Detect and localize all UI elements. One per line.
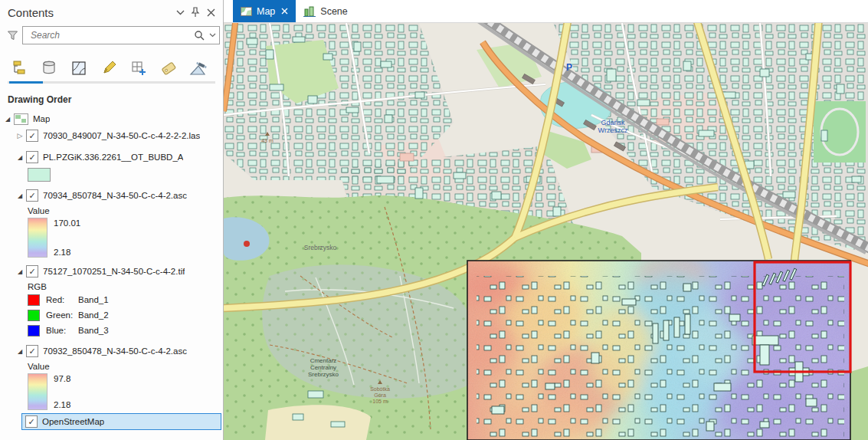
scene-tab-icon [303,6,316,17]
district-label: Srebrzysko [304,244,337,251]
layer-label[interactable]: 70934_850784_N-34-50-C-c-4-2.asc [43,191,187,200]
color-ramp[interactable] [28,373,47,410]
band-label: Red: [46,295,78,304]
asc1-legend: Value 170.01 2.18 [28,206,223,258]
legend-title: RGB [28,282,223,291]
green-band-chip[interactable] [28,310,40,321]
expand-icon[interactable] [15,154,25,161]
asc2-legend: Value 97.8 2.18 [28,362,223,410]
map-canvas[interactable]: Gdańsk Wrzeszcz P Srebrzysko Cmentarz Ce… [224,23,868,440]
elevation-label: 43 m [261,138,274,143]
red-band-chip[interactable] [28,294,40,306]
map-tab-icon [241,7,252,16]
chevron-down-icon[interactable] [172,5,188,20]
list-by-perspective-imagery-icon[interactable] [188,58,208,78]
tree-item-asc1-layer[interactable]: 70934_850784_N-34-50-C-c-4-2.asc [0,188,223,203]
band-label: Green: [46,310,78,320]
list-by-data-source-icon[interactable] [39,58,59,78]
list-by-selection-icon[interactable] [69,58,89,78]
layer-checkbox[interactable] [25,415,38,428]
svg-text:Centralny: Centralny [310,364,336,371]
layer-label[interactable]: PL.PZGiK.336.2261__OT_BUBD_A [43,153,183,162]
panel-title: Contents [8,6,172,19]
close-icon[interactable] [203,5,218,20]
map-thumbnail-icon [14,113,28,125]
band-label: Blue: [46,326,78,335]
list-by-drawing-order-icon[interactable] [9,58,29,78]
band-row-blue: Blue: Band_3 [28,323,223,337]
layer-tree: Map 70930_849007_N-34-50-C-c-4-2-2-2.las… [0,111,223,430]
svg-text:105 m: 105 m [372,399,388,404]
search-input[interactable] [29,29,194,41]
ramp-min-value: 2.18 [54,248,80,257]
legend-title: Value [28,206,223,215]
polygon-symbol-swatch[interactable] [28,168,51,182]
svg-text:Góra: Góra [374,392,386,398]
parking-label: P [566,62,572,73]
elevation-raster-overlay [461,257,860,440]
expand-icon[interactable] [15,348,25,355]
station-label: Gdańsk [601,119,625,126]
band-row-red: Red: Band_1 [28,293,223,307]
ramp-max-value: 97.8 [54,374,70,383]
ramp-max-value: 170.01 [54,218,80,228]
band-name: Band_1 [78,295,109,304]
tab-scene[interactable]: Scene [296,0,355,22]
tif-legend: RGB [28,282,223,291]
blue-band-chip[interactable] [28,325,40,337]
tab-map[interactable]: Map [233,0,296,22]
layer-checkbox[interactable] [26,265,38,277]
cemetery-label: Cmentarz [310,357,337,364]
layer-label[interactable]: OpenStreetMap [42,417,104,426]
tree-item-asc2-layer[interactable]: 70932_850478_N-34-50-C-c-4-2.asc [0,343,223,359]
view-tab-bar: Map Scene [224,0,868,23]
layer-checkbox[interactable] [26,151,38,163]
pin-icon[interactable] [188,5,203,20]
ramp-min-value: 2.18 [54,400,70,409]
layer-checkbox[interactable] [26,189,38,202]
filter-icon[interactable] [5,28,20,43]
color-ramp[interactable] [28,218,47,258]
band-row-green: Green: Band_2 [28,308,223,322]
contents-toolbar [0,48,223,78]
expand-icon[interactable] [15,268,25,275]
map-view-area: Map Scene [224,0,868,440]
tree-item-map[interactable]: Map [0,111,223,126]
list-by-snapping-icon[interactable] [129,58,149,78]
legend-title: Value [28,362,223,371]
tree-item-bubd-layer[interactable]: PL.PZGiK.336.2261__OT_BUBD_A [0,149,223,165]
close-tab-icon[interactable] [281,8,288,15]
search-icon[interactable] [194,30,205,41]
expand-icon[interactable] [3,116,12,123]
layer-label[interactable]: 70932_850478_N-34-50-C-c-4-2.asc [43,346,187,356]
list-by-labeling-icon[interactable] [159,58,179,78]
layer-checkbox[interactable] [26,345,38,357]
layer-label[interactable]: 70930_849007_N-34-50-C-c-4-2-2-2.las [43,131,200,140]
svg-text:Srebrzysko: Srebrzysko [308,371,339,378]
tab-label: Scene [320,6,347,17]
peak-label: Sobótka [370,386,390,392]
tree-item-tif-layer[interactable]: 75127_1070251_N-34-50-C-c-4-2.tif [0,264,223,279]
expand-icon[interactable] [15,132,25,140]
layer-label[interactable]: 75127_1070251_N-34-50-C-c-4-2.tif [43,267,185,276]
bubd-legend [28,168,223,182]
search-row [0,25,223,48]
tree-item-las-layer[interactable]: 70930_849007_N-34-50-C-c-4-2-2-2.las [0,128,223,143]
tree-item-openstreetmap[interactable]: OpenStreetMap [21,413,221,430]
map-root-label[interactable]: Map [33,114,50,123]
search-box [22,26,220,44]
svg-text:Wrzeszcz: Wrzeszcz [598,126,628,134]
contents-panel: Contents [0,0,224,440]
band-name: Band_2 [78,310,109,320]
expand-icon[interactable] [15,192,25,199]
contents-panel-header: Contents [0,0,223,25]
list-by-editing-icon[interactable] [99,58,119,78]
poi-marker-icon [244,241,250,247]
band-name: Band_3 [78,326,109,335]
layer-checkbox[interactable] [26,130,38,142]
search-chevron-icon[interactable] [209,33,216,38]
arcgis-pro-window: { "contents": { "title": "Contents", "se… [0,0,868,440]
toolbar-underline [8,81,215,84]
tab-label: Map [257,6,275,17]
drawing-order-heading: Drawing Order [0,84,223,110]
